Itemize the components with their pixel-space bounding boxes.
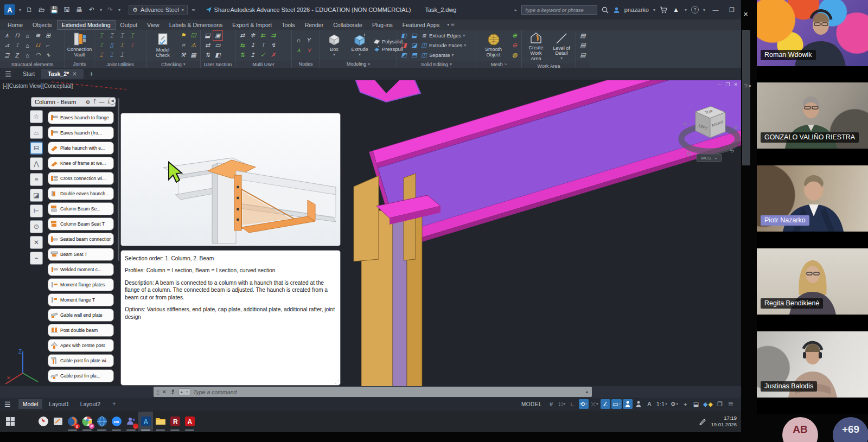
palette-scrollbar[interactable]: [118, 98, 119, 261]
workspace-settings-icon[interactable]: ⚙▾: [669, 399, 679, 409]
node-y-icon[interactable]: Y: [304, 36, 314, 45]
house-icon[interactable]: ⌂: [23, 50, 32, 60]
check-flag-icon[interactable]: ⚑: [178, 31, 188, 40]
paste-clip-icon[interactable]: ▤: [578, 41, 588, 50]
tab-start[interactable]: Start: [16, 69, 41, 79]
joint-search-icon[interactable]: ⌶: [117, 41, 126, 50]
z-profile-icon[interactable]: Z: [12, 50, 22, 60]
taskbar-app-rstudio[interactable]: R: [168, 412, 182, 431]
column-tool-icon[interactable]: ⊿: [2, 41, 11, 50]
app-menu-caret-icon[interactable]: ▾: [19, 8, 21, 12]
pen-tray-icon[interactable]: [699, 418, 706, 425]
check-ok-icon[interactable]: ☑: [189, 31, 198, 40]
object-snap-tracking-icon[interactable]: ∠: [601, 399, 610, 409]
tab-plugins[interactable]: Plug-ins: [368, 21, 397, 29]
ribbon-collapse-icon[interactable]: ▾ ☰: [447, 22, 454, 27]
joint-tool-icon[interactable]: ⌶: [117, 50, 126, 60]
solid-editing-caret-icon[interactable]: ▾: [450, 62, 452, 67]
match-properties-icon[interactable]: ▤: [578, 50, 588, 60]
tab-task-2[interactable]: Task_2*✕: [41, 69, 84, 79]
section-insert-icon[interactable]: ⇄: [203, 41, 212, 50]
union-icon[interactable]: ◧: [399, 31, 409, 40]
connection-item[interactable]: Moment flange plates: [48, 278, 114, 291]
viewcube[interactable]: N E W S TOP LEFT FRONT WCS ▾: [673, 102, 741, 167]
search-input[interactable]: [521, 5, 597, 15]
joint-update-icon[interactable]: ⌶: [117, 31, 126, 40]
portal-frame-icon[interactable]: ⊓: [12, 31, 22, 40]
viewport-close-icon[interactable]: ✕: [733, 82, 738, 87]
clean-screen-icon[interactable]: ❐: [715, 399, 725, 409]
redo-caret-icon[interactable]: ▾: [118, 8, 120, 12]
viewport-restore-icon[interactable]: ❐: [725, 82, 730, 87]
palette-settings-icon[interactable]: ⚙: [86, 99, 91, 105]
node-add-icon[interactable]: ⋏: [294, 46, 303, 55]
tab-labels-dimensions[interactable]: Labels & Dimensions: [165, 21, 227, 29]
participant-tile[interactable]: GONZALO VALIÑO RIESTRA: [757, 82, 868, 165]
connection-vault-button[interactable]: Connection Vault: [67, 31, 92, 59]
search-expand-icon[interactable]: ▸: [515, 8, 517, 12]
wcs-caret-icon[interactable]: ▾: [715, 157, 717, 160]
qat-overflow-icon[interactable]: ≂: [192, 8, 195, 12]
lineweight-icon[interactable]: [634, 399, 643, 409]
section-side-icon[interactable]: ⇅: [203, 50, 212, 60]
taskbar-app-pointer[interactable]: [36, 412, 50, 431]
cart-icon[interactable]: [660, 7, 667, 14]
mesh-refine-icon[interactable]: ⊕: [510, 31, 519, 40]
joint-add-icon[interactable]: ⌶: [97, 31, 106, 40]
new-file-icon[interactable]: 🗋: [25, 5, 34, 14]
wcs-label[interactable]: WCS: [701, 156, 711, 161]
taskbar-app-advance-steel[interactable]: A: [138, 412, 153, 431]
slice-icon[interactable]: ⬓: [410, 31, 419, 40]
connection-item[interactable]: Gable post fin plate wi...: [48, 354, 114, 367]
help-icon[interactable]: ?: [691, 6, 699, 14]
connection-item[interactable]: Post double beam: [48, 324, 114, 337]
spiral-icon[interactable]: ∿: [43, 50, 53, 60]
extrude-faces-button[interactable]: ◫Extrude Faces▾: [420, 41, 466, 50]
polyline-plate-icon[interactable]: ⊔: [33, 41, 42, 50]
tab-output[interactable]: Output: [116, 21, 142, 29]
resize-grip[interactable]: ⋰: [335, 380, 339, 385]
new-layout-icon[interactable]: ＋: [107, 399, 122, 409]
connection-item[interactable]: Column Beam Se...: [48, 202, 114, 215]
autodesk-caret-icon[interactable]: ▾: [685, 8, 687, 12]
help-caret-icon[interactable]: ▾: [703, 8, 705, 12]
joint-copy-icon[interactable]: ⌶: [97, 41, 106, 50]
user-caret-icon[interactable]: ▾: [653, 8, 655, 12]
bracing-tool-icon[interactable]: ⊒: [2, 50, 11, 60]
check-clash-icon[interactable]: ⌗: [178, 41, 188, 50]
participants-more-count[interactable]: +69: [833, 417, 868, 442]
minimize-window-icon[interactable]: —: [710, 7, 722, 13]
dynamic-input-icon[interactable]: [623, 399, 633, 409]
joint-box-icon[interactable]: ⌶: [97, 50, 106, 60]
isometric-drafting-icon[interactable]: ⤫▾: [590, 399, 599, 409]
undo-caret-icon[interactable]: ▾: [100, 8, 102, 12]
tab-collaborate[interactable]: Collaborate: [329, 21, 367, 29]
connection-item[interactable]: Column Beam Seat T: [48, 217, 114, 230]
category-splice-icon[interactable]: ≡: [30, 173, 43, 186]
connection-item[interactable]: Eaves haunch (fro...: [48, 126, 114, 139]
stairs-icon[interactable]: ⌐: [43, 41, 53, 50]
app-menu-button[interactable]: A: [4, 4, 15, 15]
recent-commands-caret-icon[interactable]: ▾: [186, 389, 188, 394]
layout-tab-model[interactable]: Model: [18, 399, 43, 409]
joint-beam-icon[interactable]: ⌶: [107, 50, 116, 60]
workspace-switcher[interactable]: ⚙ Advance Steel ▾: [129, 5, 188, 15]
beam-tool-icon[interactable]: ∧: [2, 31, 11, 40]
connection-item[interactable]: Gable wall end plate: [48, 309, 114, 322]
connection-item[interactable]: Plate haunch with e...: [48, 142, 114, 155]
command-line-close-icon[interactable]: ✕: [162, 389, 167, 395]
recent-commands-chip[interactable]: ▸_▾: [178, 388, 190, 395]
mu-checkin-icon[interactable]: ⇆: [238, 41, 247, 50]
category-apex-icon[interactable]: ⋀: [30, 157, 43, 170]
connection-item[interactable]: Gable post fin pla...: [48, 369, 114, 382]
taskbar-app-zoom[interactable]: zm: [109, 412, 124, 431]
mesh-reduce-icon[interactable]: ⊖: [510, 41, 519, 50]
node-arc-icon[interactable]: ∩: [294, 36, 303, 45]
participant-tile[interactable]: Piotr Nazarko: [757, 165, 868, 248]
tab-objects[interactable]: Objects: [28, 21, 56, 29]
curved-beam-icon[interactable]: ⌶: [12, 41, 22, 50]
plot-icon[interactable]: 🖶: [75, 5, 84, 14]
new-tab-icon[interactable]: ＋: [88, 69, 95, 79]
section-box-icon[interactable]: ▣: [213, 31, 222, 40]
category-bracing-icon[interactable]: ✕: [30, 236, 43, 249]
